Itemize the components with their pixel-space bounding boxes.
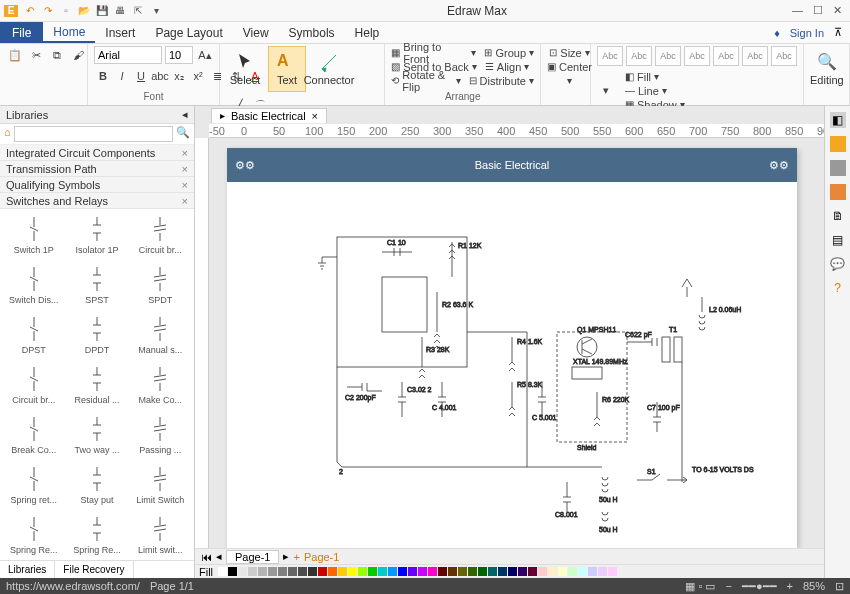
text-tool[interactable]: AText (268, 46, 306, 92)
color-swatch[interactable] (418, 567, 427, 576)
library-item[interactable]: Limit Switch (131, 463, 190, 511)
search-icon[interactable]: 🔍 (176, 126, 190, 142)
line-btn[interactable]: — Line▾ (625, 84, 685, 97)
color-swatch[interactable] (458, 567, 467, 576)
color-swatch[interactable] (368, 567, 377, 576)
color-swatch[interactable] (258, 567, 267, 576)
color-swatch[interactable] (568, 567, 577, 576)
help-circle-icon[interactable]: ? (830, 280, 846, 296)
color-swatch[interactable] (588, 567, 597, 576)
page-tab-orange[interactable]: Page-1 (304, 551, 339, 563)
cut-icon[interactable]: ✂ (27, 46, 45, 64)
view-mode-icon[interactable]: ▦ ▫ ▭ (685, 580, 715, 593)
section-qualifying-symbols[interactable]: Qualifying Symbols× (0, 177, 194, 193)
color-swatch[interactable] (558, 567, 567, 576)
color-swatch[interactable] (578, 567, 587, 576)
strike-icon[interactable]: abc (151, 67, 169, 85)
underline-icon[interactable]: U (132, 67, 150, 85)
bring-front-btn[interactable]: ▦ Bring to Front▾ (391, 46, 476, 59)
color-swatch[interactable] (528, 567, 537, 576)
export-icon[interactable]: ⇱ (132, 5, 144, 17)
color-swatch[interactable] (518, 567, 527, 576)
library-item[interactable]: Spring Re... (67, 513, 126, 560)
color-swatch[interactable] (538, 567, 547, 576)
add-page-icon[interactable]: + (293, 551, 299, 563)
color-swatch[interactable] (348, 567, 357, 576)
library-item[interactable]: SPST (67, 263, 126, 311)
color-swatch[interactable] (598, 567, 607, 576)
color-swatch[interactable] (338, 567, 347, 576)
zoom-slider[interactable]: ━━●━━ (742, 580, 777, 593)
color-swatch[interactable] (298, 567, 307, 576)
library-item[interactable]: Limit swit... (131, 513, 190, 560)
center-btn[interactable]: ▣ Center (547, 60, 592, 73)
print-icon[interactable]: 🖶 (114, 5, 126, 17)
connector-tool[interactable]: Connector (310, 46, 348, 92)
doc-tab-basic-electrical[interactable]: ▸ Basic Electrical × (211, 108, 327, 123)
library-item[interactable]: Switch Dis... (4, 263, 63, 311)
zoom-in-icon[interactable]: + (787, 580, 793, 592)
page-nav-first-icon[interactable]: ⏮ (201, 551, 212, 563)
zoom-out-icon[interactable]: − (725, 580, 731, 592)
library-item[interactable]: Switch 1P (4, 213, 63, 261)
color-swatch[interactable] (398, 567, 407, 576)
style-gallery[interactable]: AbcAbcAbcAbcAbcAbcAbc (597, 46, 797, 66)
color-swatch[interactable] (238, 567, 247, 576)
style-more-icon[interactable]: ▾ (597, 82, 615, 100)
page-nav-next-icon[interactable]: ▸ (283, 550, 289, 563)
color-swatch[interactable] (508, 567, 517, 576)
orange-tool-icon[interactable] (830, 136, 846, 152)
format-painter-icon[interactable]: 🖌 (69, 46, 87, 64)
library-item[interactable]: Two way ... (67, 413, 126, 461)
maximize-icon[interactable]: ☐ (813, 4, 823, 17)
color-swatch[interactable] (478, 567, 487, 576)
save-icon[interactable]: 💾 (96, 5, 108, 17)
layer-icon[interactable]: ▤ (830, 232, 846, 248)
editing-btn[interactable]: 🔍Editing (810, 46, 844, 92)
library-item[interactable]: DPST (4, 313, 63, 361)
undo-icon[interactable]: ↶ (24, 5, 36, 17)
library-search-input[interactable] (14, 126, 173, 142)
color-swatch[interactable] (548, 567, 557, 576)
color-swatch[interactable] (308, 567, 317, 576)
canvas[interactable]: ⚙⚙ Basic Electrical ⚙⚙ C1 (209, 138, 824, 548)
tab-page-layout[interactable]: Page Layout (145, 22, 232, 43)
italic-icon[interactable]: I (113, 67, 131, 85)
tab-home[interactable]: Home (43, 22, 95, 43)
subscript-icon[interactable]: x₂ (170, 67, 188, 85)
color-swatch[interactable] (468, 567, 477, 576)
close-icon[interactable]: × (182, 147, 188, 159)
color-swatch[interactable] (358, 567, 367, 576)
color-swatch[interactable] (438, 567, 447, 576)
grow-font-icon[interactable]: A▴ (196, 46, 214, 64)
align-btn[interactable]: ☰ Align▾ (485, 60, 529, 73)
comment-icon[interactable]: 💬 (830, 256, 846, 272)
library-item[interactable]: Manual s... (131, 313, 190, 361)
group-btn[interactable]: ⊞ Group▾ (484, 46, 534, 59)
page-icon[interactable]: 🗎 (830, 208, 846, 224)
tab-help[interactable]: Help (345, 22, 390, 43)
font-size-select[interactable] (165, 46, 193, 64)
page[interactable]: ⚙⚙ Basic Electrical ⚙⚙ C1 (227, 148, 797, 548)
tab-insert[interactable]: Insert (95, 22, 145, 43)
library-item[interactable]: Spring Re... (4, 513, 63, 560)
tab-libraries[interactable]: Libraries (0, 561, 55, 578)
color-swatch[interactable] (228, 567, 237, 576)
library-item[interactable]: Isolator 1P (67, 213, 126, 261)
color-swatch[interactable] (498, 567, 507, 576)
bold-icon[interactable]: B (94, 67, 112, 85)
color-swatch[interactable] (408, 567, 417, 576)
color-swatch[interactable] (278, 567, 287, 576)
minimize-icon[interactable]: — (792, 4, 803, 17)
page-nav-prev-icon[interactable]: ◂ (216, 550, 222, 563)
library-item[interactable]: Circuit br... (4, 363, 63, 411)
color-swatch[interactable] (608, 567, 617, 576)
color-swatch[interactable] (428, 567, 437, 576)
color-swatch[interactable] (218, 567, 227, 576)
fill-btn[interactable]: ◧ Fill▾ (625, 70, 685, 83)
section-transmission-path[interactable]: Transmission Path× (0, 161, 194, 177)
library-item[interactable]: Circuit br... (131, 213, 190, 261)
schematic-diagram[interactable]: C1 10 R1 12K R2 63.6 K R3 28K C2 200pF (227, 182, 797, 548)
redo-icon[interactable]: ↷ (42, 5, 54, 17)
size-btn[interactable]: ⊡ Size▾ (549, 46, 589, 59)
